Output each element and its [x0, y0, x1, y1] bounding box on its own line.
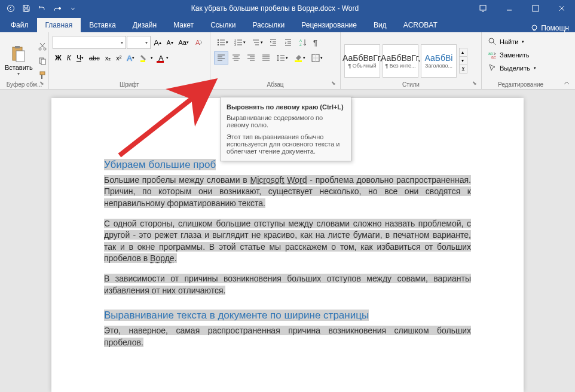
highlight-button[interactable]: ▾: [137, 51, 155, 65]
redo-icon[interactable]: [50, 1, 65, 16]
tab-layout[interactable]: Макет: [165, 18, 202, 32]
grow-font-button[interactable]: A▴: [151, 36, 164, 49]
text-effects-button[interactable]: A▾: [124, 52, 137, 65]
svg-point-16: [218, 42, 219, 43]
collapse-ribbon-button[interactable]: [559, 32, 574, 89]
gallery-more-icon[interactable]: ⊻: [460, 65, 467, 73]
change-case-button[interactable]: Aa▾: [176, 37, 191, 48]
line-spacing-button[interactable]: ▾: [274, 51, 290, 65]
dialog-launcher-icon[interactable]: ⬊: [472, 80, 479, 87]
cursor-icon: [488, 63, 497, 73]
find-button[interactable]: Найти▾: [485, 36, 539, 48]
sort-button[interactable]: AZ: [296, 36, 310, 49]
chevron-down-icon: ▾: [17, 71, 20, 76]
show-marks-button[interactable]: ¶: [311, 36, 320, 49]
link-ms-word[interactable]: Microsoft Word: [250, 175, 307, 185]
style-normal[interactable]: АаБбВвГг, ¶ Обычный: [344, 44, 380, 78]
justify-button[interactable]: [259, 51, 273, 65]
tooltip-body: Этот тип выравнивания обычно используетс…: [227, 133, 345, 155]
maximize-icon[interactable]: [522, 0, 549, 17]
scroll-down-icon[interactable]: ▾: [460, 57, 467, 65]
select-button[interactable]: Выделить▾: [485, 62, 539, 74]
svg-rect-6: [15, 46, 20, 48]
svg-rect-12: [40, 72, 45, 75]
clear-format-button[interactable]: A: [192, 36, 206, 49]
copy-button[interactable]: [35, 54, 50, 68]
shrink-font-button[interactable]: A▾: [164, 38, 176, 48]
font-color-button[interactable]: A▾: [156, 52, 171, 65]
paint-bucket-icon: [293, 53, 303, 63]
minimize-icon[interactable]: [496, 0, 522, 17]
style-heading1[interactable]: АаБбВі Заголово...: [421, 44, 457, 78]
ribbon: Вставить ▾ Буфер обм... ⬊ ▾ ▾ A▴ A▾ Aa▾ …: [0, 32, 575, 90]
tab-home[interactable]: Главная: [37, 18, 81, 32]
style-no-spacing[interactable]: АаБбВвГг, ¶ Без инте...: [383, 44, 418, 78]
ribbon-options-icon[interactable]: [470, 0, 496, 17]
dialog-launcher-icon[interactable]: ⬊: [39, 80, 47, 87]
svg-rect-7: [16, 51, 25, 62]
subscript-button[interactable]: x₂: [103, 53, 114, 64]
qat-dropdown-icon[interactable]: [66, 1, 80, 16]
heading-2[interactable]: Выравнивание текста в документе по ширин…: [104, 310, 369, 321]
close-icon[interactable]: [549, 0, 575, 17]
svg-text:A: A: [195, 39, 200, 46]
dialog-launcher-icon[interactable]: ⬊: [201, 80, 208, 87]
group-paragraph: ▾ 123▾ ▾ AZ ¶ ▾ ▾ ▾ Абзац ⬊: [210, 32, 341, 89]
indent-button[interactable]: [281, 36, 295, 49]
svg-text:Z: Z: [299, 43, 302, 47]
shading-button[interactable]: ▾: [291, 51, 308, 65]
outdent-button[interactable]: [266, 36, 280, 49]
svg-rect-23: [295, 60, 302, 62]
tooltip: Выровнять по левому краю (Ctrl+L) Выравн…: [220, 97, 351, 161]
bullet-list-icon: [216, 38, 226, 47]
tab-mailings[interactable]: Рассылки: [244, 18, 293, 32]
search-icon: [488, 37, 497, 47]
align-left-button[interactable]: [214, 51, 228, 65]
italic-button[interactable]: К: [65, 52, 74, 64]
cut-button[interactable]: [35, 40, 50, 53]
save-icon[interactable]: [19, 1, 33, 16]
strikethrough-button[interactable]: abc: [87, 53, 102, 63]
highlighter-icon: [140, 53, 151, 63]
tab-references[interactable]: Ссылки: [202, 18, 244, 32]
styles-gallery[interactable]: АаБбВвГг, ¶ Обычный АаБбВвГг, ¶ Без инте…: [344, 44, 467, 78]
undo-icon[interactable]: [35, 1, 49, 16]
tab-insert[interactable]: Вставка: [81, 18, 124, 32]
help-area[interactable]: Помощн: [530, 24, 575, 32]
align-center-button[interactable]: [229, 51, 243, 65]
font-size-combo[interactable]: ▾: [127, 36, 151, 49]
paragraph-text[interactable]: С одной стороны, слишком большие отступы…: [104, 219, 471, 264]
svg-text:3: 3: [234, 43, 236, 47]
superscript-button[interactable]: x²: [114, 53, 124, 63]
tab-design[interactable]: Дизайн: [124, 18, 165, 32]
tab-acrobat[interactable]: ACROBAT: [395, 18, 446, 32]
quick-access-toolbar: [0, 1, 80, 16]
align-left-icon: [216, 53, 226, 63]
link-word[interactable]: Ворде: [150, 253, 175, 263]
tab-view[interactable]: Вид: [365, 18, 395, 32]
replace-button[interactable]: abac Заменить: [485, 49, 539, 61]
scroll-up-icon[interactable]: ▴: [460, 48, 467, 57]
borders-icon: [311, 53, 320, 63]
multilevel-icon: [251, 38, 261, 47]
multilevel-button[interactable]: ▾: [249, 36, 265, 49]
tab-review[interactable]: Рецензирование: [293, 18, 365, 32]
bullets-button[interactable]: ▾: [214, 36, 231, 49]
number-list-icon: 123: [234, 38, 243, 47]
align-right-button[interactable]: [244, 51, 258, 65]
gallery-scroll[interactable]: ▴ ▾ ⊻: [459, 48, 467, 74]
dialog-launcher-icon[interactable]: ⬊: [331, 80, 338, 87]
tab-file[interactable]: Файл: [2, 18, 37, 32]
bold-button[interactable]: Ж: [53, 52, 64, 64]
borders-button[interactable]: ▾: [308, 51, 325, 65]
font-name-combo[interactable]: ▾: [53, 36, 126, 49]
numbering-button[interactable]: 123▾: [231, 36, 248, 49]
paragraph-text[interactable]: Большие пробелы между словами в Microsof…: [104, 175, 471, 208]
paste-button[interactable]: Вставить ▾: [4, 44, 34, 78]
paragraph-text[interactable]: Это, наверное, самая распространенная пр…: [104, 326, 471, 347]
paragraph-text[interactable]: В зависимости от причины возникновения б…: [104, 274, 471, 295]
back-icon[interactable]: [4, 1, 18, 16]
outdent-icon: [268, 38, 278, 47]
heading-1[interactable]: Убираем большие проб: [104, 159, 216, 170]
underline-button[interactable]: Ч▾: [74, 52, 86, 64]
